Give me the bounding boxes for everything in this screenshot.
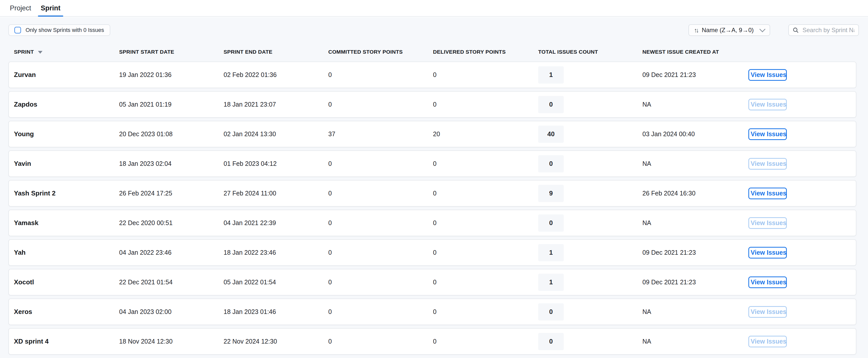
sprint-name: Yash Sprint 2: [14, 189, 119, 197]
delivered-story-points: 0: [433, 338, 538, 345]
sort-arrows-icon: ↑↓: [694, 27, 698, 33]
header-committed-story-points: COMMITTED STORY POINTS: [328, 49, 433, 55]
sprint-page: Project Sprint Only show Sprints with 0 …: [0, 0, 868, 358]
view-issues-button[interactable]: View Issues: [748, 276, 787, 288]
committed-story-points: 0: [328, 190, 433, 197]
newest-issue-created-at: 03 Jan 2024 00:40: [642, 130, 748, 138]
sort-dropdown[interactable]: ↑↓ Name (Z→A, 9→0): [688, 24, 770, 36]
sprint-name: Young: [14, 130, 119, 138]
table-row: Young 20 Dec 2023 01:08 02 Jan 2024 13:3…: [8, 121, 856, 147]
view-issues-button[interactable]: View Issues: [748, 247, 787, 258]
sprint-end-date: 04 Jan 2021 22:39: [224, 219, 328, 227]
sprint-name: Xeros: [14, 308, 119, 316]
tab-project[interactable]: Project: [8, 0, 33, 16]
newest-issue-created-at: 09 Dec 2021 21:23: [642, 249, 748, 256]
delivered-story-points: 0: [433, 249, 538, 256]
delivered-story-points: 0: [433, 278, 538, 286]
delivered-story-points: 0: [433, 190, 538, 197]
sprint-end-date: 02 Jan 2024 13:30: [224, 130, 328, 138]
view-issues-button[interactable]: View Issues: [748, 69, 787, 81]
table-row: Yah 04 Jan 2022 23:46 18 Jan 2022 23:46 …: [8, 239, 856, 266]
sprint-end-date: 22 Nov 2024 12:30: [224, 338, 328, 345]
sprint-name: Yamask: [14, 219, 119, 227]
committed-story-points: 0: [328, 308, 433, 315]
delivered-story-points: 20: [433, 130, 538, 138]
view-issues-button: View Issues: [748, 217, 787, 229]
sprint-start-date: 05 Jan 2021 01:19: [119, 101, 224, 108]
sprint-end-date: 05 Jan 2022 01:54: [224, 278, 328, 286]
sprint-search: [788, 24, 859, 36]
only-zero-issues-checkbox[interactable]: [14, 27, 21, 33]
header-delivered-story-points: DELIVERED STORY POINTS: [433, 49, 538, 55]
total-issues-badge: 1: [538, 66, 564, 84]
delivered-story-points: 0: [433, 71, 538, 79]
sprint-start-date: 26 Feb 2024 17:25: [119, 190, 224, 197]
committed-story-points: 0: [328, 101, 433, 108]
committed-story-points: 0: [328, 249, 433, 256]
sprint-name: Yah: [14, 249, 119, 256]
table-row: Yamask 22 Dec 2020 00:51 04 Jan 2021 22:…: [8, 210, 856, 236]
controls-row: Only show Sprints with 0 Issues ↑↓ Name …: [8, 24, 859, 36]
committed-story-points: 0: [328, 219, 433, 227]
table-row: Xocotl 22 Dec 2021 01:54 05 Jan 2022 01:…: [8, 269, 856, 296]
table-row: XD sprint 4 18 Nov 2024 12:30 22 Nov 202…: [8, 328, 856, 355]
committed-story-points: 0: [328, 278, 433, 286]
header-sprint-start-date: SPRINT START DATE: [119, 49, 224, 55]
header-newest-issue-created-at: NEWEST ISSUE CREATED AT: [642, 49, 748, 55]
delivered-story-points: 0: [433, 160, 538, 167]
sprint-start-date: 22 Dec 2021 01:54: [119, 278, 224, 286]
delivered-story-points: 0: [433, 101, 538, 108]
sprint-start-date: 19 Jan 2022 01:36: [119, 71, 224, 79]
table-header: SPRINT SPRINT START DATE SPRINT END DATE…: [8, 45, 856, 59]
only-zero-issues-filter[interactable]: Only show Sprints with 0 Issues: [8, 24, 110, 36]
sprint-start-date: 18 Jan 2023 02:04: [119, 160, 224, 167]
sprint-end-date: 01 Feb 2023 04:12: [224, 160, 328, 167]
header-sprint-end-date: SPRINT END DATE: [224, 49, 328, 55]
chevron-down-icon: [759, 26, 765, 32]
total-issues-badge: 0: [538, 333, 564, 350]
view-issues-button: View Issues: [748, 306, 787, 318]
newest-issue-created-at: 09 Dec 2021 21:23: [642, 71, 748, 79]
sprint-name: XD sprint 4: [14, 337, 119, 345]
sort-caret-icon: [38, 51, 42, 54]
total-issues-badge: 0: [538, 155, 564, 172]
header-total-issues-count: TOTAL ISSUES COUNT: [538, 49, 642, 55]
sprint-start-date: 22 Dec 2020 00:51: [119, 219, 224, 227]
tab-bar: Project Sprint: [0, 0, 868, 17]
sprint-end-date: 18 Jan 2023 01:46: [224, 308, 328, 315]
sprint-row-list: Zurvan 19 Jan 2022 01:36 02 Feb 2022 01:…: [8, 61, 856, 355]
sort-selected-option: Name (Z→A, 9→0): [702, 27, 754, 34]
committed-story-points: 37: [328, 130, 433, 138]
newest-issue-created-at: NA: [642, 338, 748, 345]
header-sprint[interactable]: SPRINT: [14, 49, 119, 55]
sprint-start-date: 04 Jan 2023 02:00: [119, 308, 224, 315]
right-controls: ↑↓ Name (Z→A, 9→0): [688, 24, 859, 36]
total-issues-badge: 1: [538, 274, 564, 291]
newest-issue-created-at: NA: [642, 308, 748, 315]
content-area: Only show Sprints with 0 Issues ↑↓ Name …: [0, 17, 868, 358]
total-issues-badge: 40: [538, 126, 564, 143]
sprint-end-date: 27 Feb 2024 11:00: [224, 190, 328, 197]
table-row: Zurvan 19 Jan 2022 01:36 02 Feb 2022 01:…: [8, 61, 856, 88]
sprint-name: Xocotl: [14, 278, 119, 286]
sprint-end-date: 18 Jan 2021 23:07: [224, 101, 328, 108]
committed-story-points: 0: [328, 160, 433, 167]
sprint-start-date: 18 Nov 2024 12:30: [119, 338, 224, 345]
tab-sprint[interactable]: Sprint: [39, 0, 62, 16]
view-issues-button[interactable]: View Issues: [748, 188, 787, 199]
search-icon: [793, 27, 799, 33]
total-issues-badge: 0: [538, 215, 564, 232]
sprint-name: Zurvan: [14, 71, 119, 79]
table-row: Zapdos 05 Jan 2021 01:19 18 Jan 2021 23:…: [8, 91, 856, 118]
newest-issue-created-at: 09 Dec 2021 21:23: [642, 278, 748, 286]
delivered-story-points: 0: [433, 219, 538, 227]
search-input[interactable]: [802, 26, 855, 34]
total-issues-badge: 9: [538, 185, 564, 202]
sprint-start-date: 20 Dec 2023 01:08: [119, 130, 224, 138]
view-issues-button: View Issues: [748, 99, 787, 110]
sprint-end-date: 02 Feb 2022 01:36: [224, 71, 328, 79]
filter-label: Only show Sprints with 0 Issues: [26, 27, 104, 33]
view-issues-button[interactable]: View Issues: [748, 128, 787, 140]
sprint-name: Yavin: [14, 160, 119, 168]
sprint-start-date: 04 Jan 2022 23:46: [119, 249, 224, 256]
